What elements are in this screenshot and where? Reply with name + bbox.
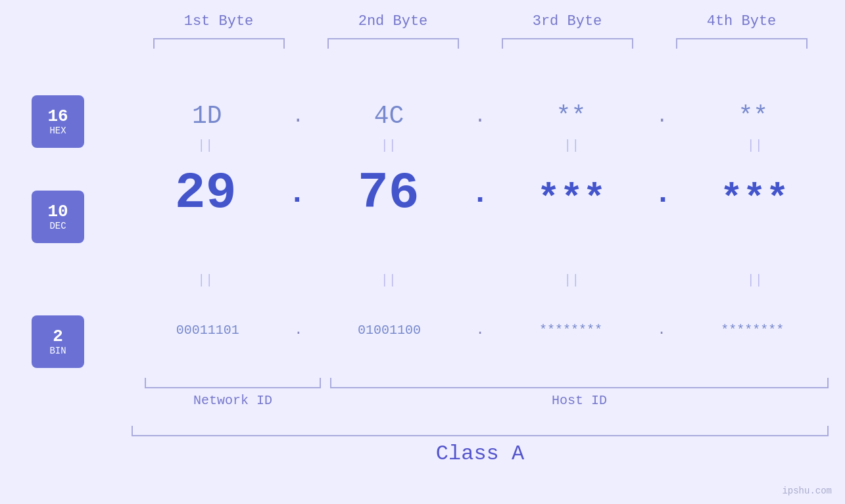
- bin-row: 00011101 . 01001100 . ******** . *******…: [132, 322, 829, 338]
- bin-badge: 2 BIN: [32, 315, 84, 368]
- network-id-label: Network ID: [145, 393, 321, 408]
- bin-b4: ********: [687, 323, 818, 338]
- class-bracket-line: [132, 426, 829, 436]
- sep2-b2: ||: [323, 273, 454, 288]
- hex-dot1: .: [292, 105, 304, 127]
- hex-b3: **: [505, 102, 637, 130]
- dec-dot1: .: [288, 177, 306, 219]
- watermark: ipshu.com: [782, 486, 832, 496]
- byte4-header: 4th Byte: [669, 13, 814, 30]
- hex-b2: 4C: [324, 102, 455, 130]
- byte3-header: 3rd Byte: [495, 13, 640, 30]
- bin-b1: 00011101: [142, 323, 274, 338]
- hex-dot2: .: [474, 105, 486, 127]
- bin-b3: ********: [505, 323, 637, 338]
- bin-badge-number: 2: [53, 327, 63, 346]
- bin-dot2: .: [475, 322, 484, 338]
- dec-row: 29 . 76 . *** . ***: [132, 168, 829, 219]
- dec-badge: 10 DEC: [32, 191, 84, 243]
- bin-dot3: .: [658, 322, 666, 338]
- dec-b1: 29: [140, 168, 272, 219]
- sep2-b3: ||: [506, 273, 637, 288]
- top-brackets: [132, 38, 829, 49]
- page: 1st Byte 2nd Byte 3rd Byte 4th Byte 16 H…: [0, 0, 845, 504]
- sep1-b2: ||: [323, 138, 454, 153]
- class-label: Class A: [132, 442, 829, 466]
- sep-row-1: || || || ||: [132, 138, 829, 153]
- id-brackets: [132, 378, 829, 388]
- sep1-b3: ||: [506, 138, 637, 153]
- bracket-byte4: [676, 38, 808, 49]
- bracket-byte2: [327, 38, 459, 49]
- hex-badge-label: HEX: [49, 126, 66, 136]
- host-id-bracket: [330, 378, 829, 388]
- id-labels: Network ID Host ID: [132, 393, 829, 408]
- dec-b4: ***: [688, 181, 820, 219]
- network-id-bracket: [145, 378, 321, 388]
- hex-row: 1D . 4C . ** . **: [132, 102, 829, 130]
- byte1-header: 1st Byte: [147, 13, 291, 30]
- hex-b1: 1D: [141, 102, 273, 130]
- sep2-b4: ||: [689, 273, 821, 288]
- hex-b4: **: [687, 102, 819, 130]
- dec-dot3: .: [654, 177, 672, 219]
- hex-badge: 16 HEX: [32, 95, 84, 148]
- host-id-label: Host ID: [330, 393, 829, 408]
- bracket-byte3: [502, 38, 633, 49]
- hex-badge-number: 16: [47, 107, 68, 126]
- byte-headers: 1st Byte 2nd Byte 3rd Byte 4th Byte: [132, 13, 829, 30]
- sep1-b1: ||: [139, 138, 271, 153]
- dec-b2: 76: [323, 168, 454, 219]
- hex-dot3: .: [656, 105, 668, 127]
- dec-b3: ***: [506, 181, 637, 219]
- bin-dot1: .: [294, 322, 302, 338]
- bin-b2: 01001100: [324, 323, 455, 338]
- byte2-header: 2nd Byte: [321, 13, 466, 30]
- bracket-byte1: [153, 38, 285, 49]
- sep-row-2: || || || ||: [132, 273, 829, 288]
- bin-badge-label: BIN: [49, 346, 66, 356]
- dec-dot2: .: [471, 177, 489, 219]
- class-bracket: [132, 426, 829, 436]
- sep2-b1: ||: [139, 273, 271, 288]
- dec-badge-label: DEC: [49, 221, 66, 231]
- dec-badge-number: 10: [47, 202, 68, 221]
- sep1-b4: ||: [689, 138, 821, 153]
